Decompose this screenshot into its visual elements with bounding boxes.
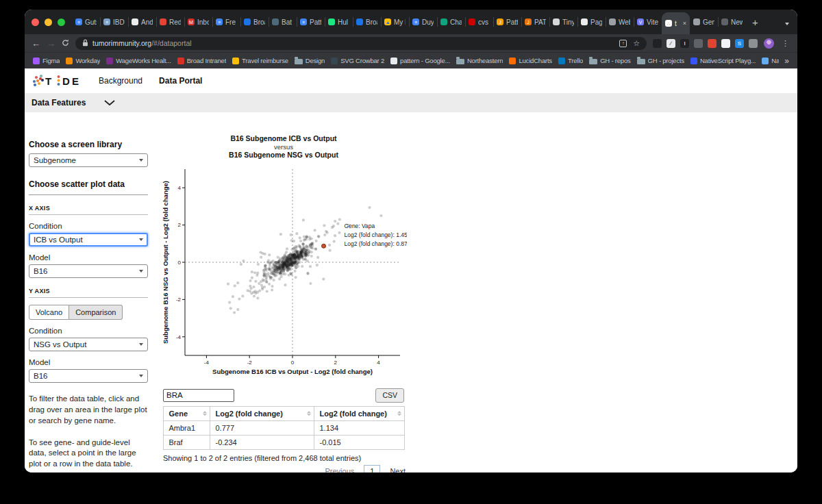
browser-tab[interactable]: VVite [634, 10, 662, 34]
browser-tab[interactable]: Broa [240, 10, 269, 34]
data-features-bar[interactable]: Data Features [25, 93, 797, 112]
extensions-puzzle-icon[interactable] [749, 39, 758, 48]
nav-background[interactable]: Background [99, 76, 142, 86]
bookmark-item[interactable]: Broad Intranet [177, 57, 226, 64]
tide-logo[interactable]: T D E [32, 73, 82, 88]
browser-tab[interactable]: Pag [577, 10, 606, 34]
minimize-button[interactable] [45, 18, 52, 26]
tab-label: My D [394, 18, 406, 26]
bookmark-item[interactable]: LucidCharts [509, 57, 552, 64]
column-header-gene[interactable]: Gene [163, 406, 210, 420]
bookmark-star-icon[interactable]: ☆ [633, 40, 640, 47]
browser-tab[interactable]: Tiny [549, 10, 577, 34]
browser-tab[interactable]: Bat [269, 10, 297, 34]
close-button[interactable] [32, 18, 39, 26]
tab-favicon: ≡ [412, 18, 419, 25]
browser-tab[interactable]: New [718, 10, 746, 34]
bookmark-item[interactable]: Figma [33, 57, 60, 64]
chevron-down-icon [139, 270, 143, 273]
data-portal-content: Choose a screen library Subgenome Choose… [25, 112, 797, 473]
profile-avatar[interactable] [764, 38, 774, 49]
bookmark-item[interactable]: Travel reimburse [232, 57, 288, 64]
browser-tab[interactable]: ≡IBD [100, 10, 128, 34]
address-bar[interactable]: tumorimmunity.org/#/dataportal ↑ ☆ [75, 37, 647, 50]
column-header-log2-x[interactable]: Log2 (fold change) [210, 406, 314, 420]
x-model-select[interactable]: B16 [29, 264, 148, 278]
tab-close-icon[interactable]: × [683, 20, 686, 27]
browser-tab[interactable]: And [128, 10, 156, 34]
csv-button[interactable]: CSV [375, 388, 404, 403]
bookmark-item[interactable]: Design [295, 57, 325, 64]
comparison-button[interactable]: Comparison [69, 305, 123, 320]
tab-label: Duy [422, 18, 434, 26]
browser-tab[interactable]: JPatt [493, 10, 521, 34]
browser-tab[interactable]: ≡Guts [72, 10, 100, 34]
bookmark-item[interactable]: Workday [66, 57, 100, 64]
zoom-button[interactable] [58, 18, 65, 26]
bookmarks-overflow-chevron[interactable]: » [779, 56, 789, 66]
browser-tab[interactable]: ▲My D [381, 10, 409, 34]
volcano-button[interactable]: Volcano [29, 305, 69, 320]
bookmark-item[interactable]: GH - projects [637, 57, 684, 64]
table-row[interactable]: Ambra1 0.777 1.134 [163, 420, 404, 435]
pagination-page-1[interactable]: 1 [364, 465, 380, 473]
bookmark-item[interactable]: WageWorks Healt... [106, 57, 171, 64]
library-select[interactable]: Subgenome [29, 153, 148, 167]
extension-adblock-icon[interactable] [708, 39, 717, 48]
browser-tab[interactable]: ≡Patt [297, 10, 325, 34]
browser-tab[interactable]: Gen [690, 10, 718, 34]
selected-point[interactable] [322, 244, 326, 248]
bookmark-item[interactable]: GH - repos [589, 57, 630, 64]
extension-screenshot-icon[interactable] [653, 39, 662, 48]
bookmark-item[interactable]: NativeScript Playg... [690, 57, 756, 64]
browser-menu-icon[interactable]: ⋮ [780, 39, 790, 48]
extension-edit-icon[interactable]: ∕ [667, 39, 675, 48]
browser-tab[interactable]: ≡Fre [212, 10, 240, 34]
browser-tab[interactable]: Cha [437, 10, 465, 34]
forward-button[interactable]: → [47, 39, 55, 48]
browser-tab[interactable]: MInbo [184, 10, 212, 34]
extension-icons: ∕IS [653, 39, 758, 48]
tab-search-chevron-icon[interactable] [777, 16, 797, 28]
browser-tab[interactable]: ∴t× [662, 12, 690, 34]
gene-search-input[interactable] [163, 389, 234, 402]
tab-favicon: V [637, 18, 644, 25]
browser-tab[interactable]: Hul [325, 10, 353, 34]
bookmark-item[interactable]: pattern - Google... [390, 57, 450, 64]
column-header-log2-y[interactable]: Log2 (fold change) [314, 406, 404, 420]
logo-letter-d: D [62, 75, 70, 87]
bookmark-item[interactable]: SVG Crowbar 2 [331, 57, 384, 64]
bookmark-label: NativeScript Vue... [771, 57, 779, 64]
browser-tab[interactable]: cvs [465, 10, 493, 34]
chevron-down-icon[interactable] [103, 99, 116, 106]
pagination-previous[interactable]: Previous [325, 467, 354, 473]
pagination-next[interactable]: Next [390, 467, 406, 473]
y-condition-select[interactable]: NSG vs Output [29, 338, 148, 351]
browser-tab[interactable]: ≡Duy [409, 10, 437, 34]
plot-panel: B16 Subgenome ICB vs Output versus B16 S… [156, 134, 411, 473]
new-tab-button[interactable]: + [746, 16, 764, 28]
browser-tab[interactable]: Red [156, 10, 184, 34]
bookmark-favicon [66, 58, 73, 64]
bookmark-label: Travel reimburse [242, 57, 288, 64]
bookmark-item[interactable]: Trello [558, 57, 583, 64]
browser-tab[interactable]: JPAT [521, 10, 549, 34]
y-model-select[interactable]: B16 [29, 369, 148, 383]
back-button[interactable]: ← [32, 39, 40, 48]
extension-stylus-icon[interactable]: S [735, 39, 744, 48]
table-row[interactable]: Braf -0.234 -0.015 [163, 435, 404, 449]
extension-light-icon[interactable] [721, 39, 730, 48]
x-condition-select[interactable]: ICB vs Output [29, 233, 148, 247]
browser-tab[interactable]: Broa [353, 10, 381, 34]
svg-text:-4: -4 [176, 333, 182, 340]
share-icon[interactable]: ↑ [619, 40, 627, 47]
extension-reader-icon[interactable]: I [680, 39, 689, 48]
nav-data-portal[interactable]: Data Portal [159, 76, 202, 86]
reload-button[interactable] [62, 39, 69, 48]
scatter-plot[interactable]: -4-2024-4-2024Subgenome B16 ICB vs Outpu… [160, 161, 407, 377]
bookmark-item[interactable]: Northeastern [456, 57, 503, 64]
extension-capture-icon[interactable] [694, 39, 703, 48]
help-text-filter: To filter the data table, click and drag… [29, 394, 148, 427]
bookmark-item[interactable]: NativeScript Vue... [762, 57, 779, 64]
browser-tab[interactable]: Web [606, 10, 634, 34]
